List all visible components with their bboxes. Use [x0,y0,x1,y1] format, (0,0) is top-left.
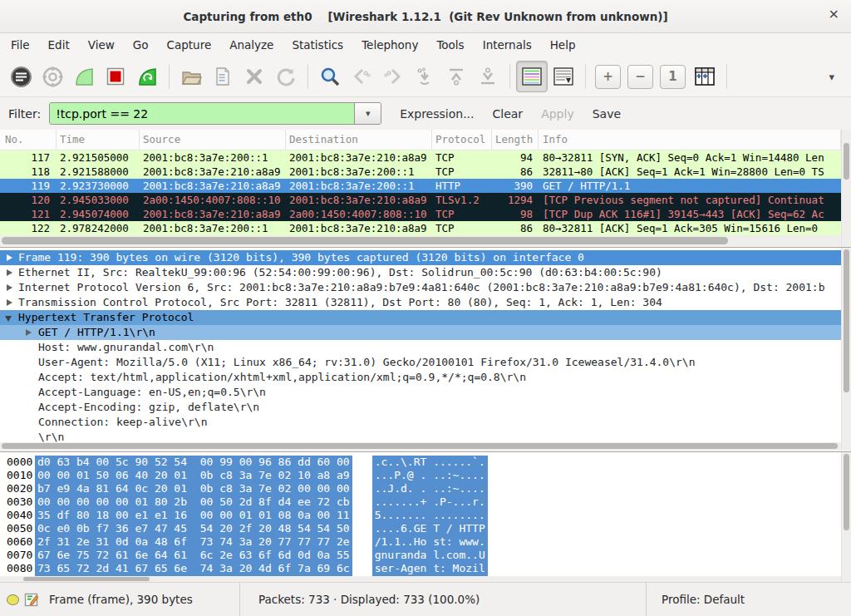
menu-item-file[interactable]: File [2,34,39,56]
packet-row-122[interactable]: 122 2.978242000 2001:bc8:3a7e:200::1 200… [0,221,851,235]
colorize-button[interactable] [516,61,548,92]
filter-input[interactable] [50,103,354,124]
packet-list-vscrollbar[interactable] [841,130,851,246]
go-bottom-button[interactable] [472,61,504,92]
toolbar-overflow-button[interactable]: ▾ [829,71,834,83]
packet-row-121[interactable]: 121 2.945074000 2001:bc8:3a7e:210:a8a9 2… [0,207,851,221]
go-back-button[interactable] [346,61,377,92]
detail-tcp[interactable]: Transmission Control Protocol, Src Port:… [0,295,841,310]
cell-time: 2.921588000 [57,165,140,179]
resize-columns-button[interactable] [689,61,721,92]
find-packet-button[interactable] [314,61,346,92]
close-icon[interactable]: × [829,7,839,21]
list-interfaces-button[interactable] [5,61,37,92]
menu-item-analyze[interactable]: Analyze [220,34,283,56]
detail-ipv6[interactable]: Internet Protocol Version 6, Src: 2001:b… [0,280,841,295]
expander-icon[interactable] [7,284,12,291]
column-header-destination[interactable]: Destination [286,130,432,150]
hex-hscrollbar[interactable] [0,576,841,582]
expander-icon[interactable] [7,269,12,276]
menu-item-internals[interactable]: Internals [474,34,541,56]
details-hscrollbar[interactable] [0,442,841,450]
details-vscrollbar[interactable] [841,248,851,450]
detail-http[interactable]: Hypertext Transfer Protocol [0,310,841,325]
scrollbar-thumb[interactable] [844,249,849,392]
detail-http-accept[interactable]: Accept: text/html,application/xhtml+xml,… [0,370,841,385]
detail-http-user-agent[interactable]: User-Agent: Mozilla/5.0 (X11; Linux x86_… [0,355,841,370]
menu-item-edit[interactable]: Edit [39,34,79,56]
expander-icon[interactable] [7,254,12,261]
expander-icon[interactable] [5,316,12,322]
open-file-button[interactable] [175,61,207,92]
goto-packet-button[interactable] [409,61,440,92]
scrollbar-thumb[interactable] [844,143,849,180]
packet-row-117[interactable]: 117 2.921505000 2001:bc8:3a7e:200::1 200… [0,150,851,165]
packet-list-hscrollbar[interactable] [0,235,841,246]
detail-frame[interactable]: Frame 119: 390 bytes on wire (3120 bits)… [0,250,841,265]
scrollbar-thumb[interactable] [2,443,838,449]
menu-item-go[interactable]: Go [124,34,158,56]
detail-ethernet[interactable]: Ethernet II, Src: RealtekU_99:00:96 (52:… [0,265,841,280]
column-header-length[interactable]: Length [492,130,539,150]
cell-protocol: TCP [432,165,492,179]
scrollbar-thumb[interactable] [23,577,150,581]
menu-item-tools[interactable]: Tools [427,34,473,56]
go-top-button[interactable] [440,61,472,92]
packet-row-120[interactable]: 120 2.945033000 2a00:1450:4007:808::10 2… [0,193,851,207]
packet-row-119-selected[interactable]: 119 2.923730000 2001:bc8:3a7e:210:a8a9 2… [0,179,851,193]
detail-http-accept-language[interactable]: Accept-Language: en-US,en;q=0.5\r\n [0,385,841,400]
menu-item-statistics[interactable]: Statistics [283,34,352,56]
zoom-out-button[interactable]: − [627,65,653,89]
packet-row-118[interactable]: 118 2.921588000 2001:bc8:3a7e:210:a8a9 2… [0,165,851,179]
hex-row[interactable]: 001000 00 01 50 06 40 20 01 0b c8 3a 7e … [0,469,851,482]
hex-row[interactable]: 003000 00 00 00 00 01 80 2b 00 50 2d 8f … [0,495,851,509]
hex-row[interactable]: 0020b7 e9 4a 81 64 0c 20 01 0b c8 3a 7e … [0,482,851,495]
column-header-info[interactable]: Info [539,130,841,150]
zoom-out-icon: − [635,69,646,84]
expression-button[interactable]: Expression... [400,107,474,121]
menu-item-capture[interactable]: Capture [158,34,221,56]
capture-options-button[interactable] [37,61,68,92]
hex-vscrollbar[interactable] [841,452,851,582]
hex-row[interactable]: 007067 6e 75 72 61 6e 64 61 6c 2e 63 6f … [0,549,851,562]
save-file-button[interactable] [207,61,239,92]
menu-item-view[interactable]: View [79,34,124,56]
column-header-source[interactable]: Source [140,130,286,150]
detail-http-request-line[interactable]: GET / HTTP/1.1\r\n [0,325,841,340]
go-forward-button[interactable] [377,61,409,92]
autoscroll-button[interactable] [548,61,579,92]
column-header-time[interactable]: Time [57,130,140,150]
scrollbar-thumb[interactable] [844,454,849,530]
hex-row[interactable]: 00602f 31 2e 31 0d 0a 48 6f 73 74 3a 20 … [0,535,851,549]
column-header-protocol[interactable]: Protocol [432,130,492,150]
expander-icon[interactable] [7,299,12,306]
save-button[interactable]: Save [593,107,621,121]
detail-http-host[interactable]: Host: www.gnurandal.com\r\n [0,340,841,355]
filter-dropdown-button[interactable]: ▾ [354,103,381,124]
clear-button[interactable]: Clear [493,107,524,121]
annotation-icon[interactable] [24,592,39,607]
hex-row[interactable]: 004035 df 80 18 00 e1 e1 16 00 00 01 01 … [0,509,851,522]
zoom-100-button[interactable]: 1 [660,65,686,89]
hex-row[interactable]: 0000d0 63 b4 00 5c 90 52 54 00 99 00 96 … [0,456,851,469]
reload-button[interactable] [270,61,302,92]
cell-destination: 2001:bc8:3a7e:200::1 [286,179,432,193]
stop-capture-button[interactable] [100,61,131,92]
hex-row[interactable]: 008073 65 72 2d 41 67 65 6e 74 3a 20 4d … [0,562,851,575]
zoom-in-button[interactable]: + [595,65,621,89]
menu-item-telephony[interactable]: Telephony [352,34,427,56]
status-profile[interactable]: Profile: Default [662,593,745,606]
hex-dump-pane: 0000d0 63 b4 00 5c 90 52 54 00 99 00 96 … [0,451,851,582]
close-file-button[interactable] [239,61,270,92]
start-capture-button[interactable] [68,61,100,92]
column-header-no[interactable]: No. [0,130,57,150]
expander-icon[interactable] [26,329,32,336]
detail-http-connection[interactable]: Connection: keep-alive\r\n [0,415,841,430]
cell-time: 2.945074000 [57,207,140,221]
detail-http-accept-encoding[interactable]: Accept-Encoding: gzip, deflate\r\n [0,400,841,415]
menu-item-help[interactable]: Help [541,34,585,56]
expert-info-icon[interactable] [7,594,19,605]
scrollbar-thumb[interactable] [2,237,728,244]
restart-capture-button[interactable] [131,61,163,92]
hex-row[interactable]: 00500c e0 0b f7 36 e7 47 45 54 20 2f 20 … [0,522,851,535]
